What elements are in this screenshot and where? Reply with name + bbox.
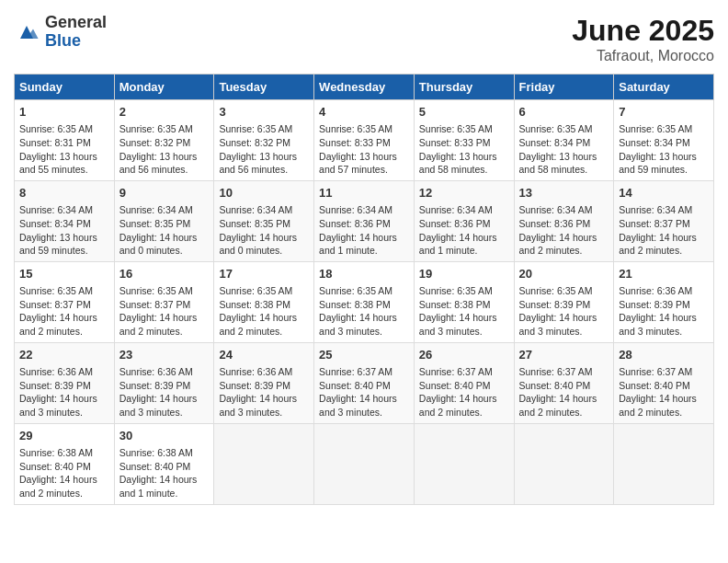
col-monday: Monday — [114, 75, 214, 100]
calendar-cell: 17Sunrise: 6:35 AMSunset: 8:38 PMDayligh… — [214, 261, 314, 342]
day-info: Sunrise: 6:35 AMSunset: 8:37 PMDaylight:… — [119, 284, 210, 339]
calendar-cell: 1Sunrise: 6:35 AMSunset: 8:31 PMDaylight… — [15, 100, 115, 181]
day-number: 13 — [519, 185, 609, 201]
day-number: 10 — [219, 185, 309, 201]
calendar-cell: 5Sunrise: 6:35 AMSunset: 8:33 PMDaylight… — [414, 100, 514, 181]
day-info: Sunrise: 6:37 AMSunset: 8:40 PMDaylight:… — [619, 365, 709, 419]
day-number: 23 — [119, 347, 210, 363]
logo: General Blue — [14, 14, 107, 51]
day-number: 1 — [19, 104, 109, 121]
day-number: 27 — [519, 347, 609, 363]
day-number: 9 — [119, 185, 210, 201]
calendar-cell — [514, 423, 614, 504]
location-title: Tafraout, Morocco — [572, 48, 714, 64]
calendar-cell: 7Sunrise: 6:35 AMSunset: 8:34 PMDaylight… — [614, 100, 714, 181]
calendar-cell: 9Sunrise: 6:34 AMSunset: 8:35 PMDaylight… — [114, 180, 214, 261]
day-number: 22 — [19, 347, 109, 363]
day-number: 5 — [419, 104, 509, 121]
calendar-week-4: 22Sunrise: 6:36 AMSunset: 8:39 PMDayligh… — [15, 342, 714, 423]
col-saturday: Saturday — [614, 75, 714, 100]
day-number: 8 — [19, 185, 109, 201]
calendar-cell: 20Sunrise: 6:35 AMSunset: 8:39 PMDayligh… — [514, 261, 614, 342]
col-sunday: Sunday — [15, 75, 115, 100]
day-number: 4 — [319, 104, 409, 121]
calendar-cell: 24Sunrise: 6:36 AMSunset: 8:39 PMDayligh… — [214, 342, 314, 423]
day-info: Sunrise: 6:35 AMSunset: 8:32 PMDaylight:… — [219, 122, 309, 177]
day-info: Sunrise: 6:34 AMSunset: 8:36 PMDaylight:… — [419, 203, 509, 258]
day-info: Sunrise: 6:35 AMSunset: 8:33 PMDaylight:… — [419, 122, 509, 177]
calendar-cell: 18Sunrise: 6:35 AMSunset: 8:38 PMDayligh… — [314, 261, 415, 342]
calendar-cell: 28Sunrise: 6:37 AMSunset: 8:40 PMDayligh… — [614, 342, 714, 423]
day-info: Sunrise: 6:35 AMSunset: 8:38 PMDaylight:… — [319, 284, 409, 339]
calendar-header: Sunday Monday Tuesday Wednesday Thursday… — [15, 75, 714, 100]
day-info: Sunrise: 6:38 AMSunset: 8:40 PMDaylight:… — [119, 446, 210, 500]
day-number: 25 — [319, 347, 409, 363]
day-number: 16 — [119, 266, 210, 282]
day-number: 18 — [319, 266, 409, 282]
day-info: Sunrise: 6:36 AMSunset: 8:39 PMDaylight:… — [119, 365, 210, 419]
calendar-cell: 14Sunrise: 6:34 AMSunset: 8:37 PMDayligh… — [614, 180, 714, 261]
day-info: Sunrise: 6:35 AMSunset: 8:39 PMDaylight:… — [519, 284, 609, 339]
logo-icon — [14, 19, 40, 45]
day-info: Sunrise: 6:34 AMSunset: 8:36 PMDaylight:… — [319, 203, 409, 258]
calendar-cell: 23Sunrise: 6:36 AMSunset: 8:39 PMDayligh… — [114, 342, 214, 423]
day-info: Sunrise: 6:36 AMSunset: 8:39 PMDaylight:… — [19, 365, 109, 419]
calendar-cell: 8Sunrise: 6:34 AMSunset: 8:34 PMDaylight… — [15, 180, 115, 261]
calendar-cell: 29Sunrise: 6:38 AMSunset: 8:40 PMDayligh… — [15, 423, 115, 504]
day-number: 28 — [619, 347, 709, 363]
day-info: Sunrise: 6:35 AMSunset: 8:31 PMDaylight:… — [19, 122, 109, 177]
col-wednesday: Wednesday — [314, 75, 415, 100]
calendar-cell: 10Sunrise: 6:34 AMSunset: 8:35 PMDayligh… — [214, 180, 314, 261]
calendar-cell: 2Sunrise: 6:35 AMSunset: 8:32 PMDaylight… — [114, 100, 214, 181]
col-thursday: Thursday — [414, 75, 514, 100]
calendar-cell: 19Sunrise: 6:35 AMSunset: 8:38 PMDayligh… — [414, 261, 514, 342]
day-info: Sunrise: 6:34 AMSunset: 8:37 PMDaylight:… — [619, 203, 709, 258]
day-info: Sunrise: 6:34 AMSunset: 8:35 PMDaylight:… — [219, 203, 309, 258]
calendar-body: 1Sunrise: 6:35 AMSunset: 8:31 PMDaylight… — [15, 100, 714, 505]
day-info: Sunrise: 6:34 AMSunset: 8:35 PMDaylight:… — [119, 203, 210, 258]
calendar-cell — [414, 423, 514, 504]
day-number: 29 — [19, 428, 109, 444]
calendar-cell — [314, 423, 415, 504]
col-tuesday: Tuesday — [214, 75, 314, 100]
day-info: Sunrise: 6:35 AMSunset: 8:33 PMDaylight:… — [319, 122, 409, 177]
day-number: 30 — [119, 428, 210, 444]
header-row: Sunday Monday Tuesday Wednesday Thursday… — [15, 75, 714, 100]
day-number: 11 — [319, 185, 409, 201]
calendar-week-5: 29Sunrise: 6:38 AMSunset: 8:40 PMDayligh… — [15, 423, 714, 504]
day-info: Sunrise: 6:35 AMSunset: 8:34 PMDaylight:… — [619, 122, 709, 177]
day-info: Sunrise: 6:35 AMSunset: 8:32 PMDaylight:… — [119, 122, 210, 177]
calendar-cell — [614, 423, 714, 504]
logo-blue-text: Blue — [45, 32, 107, 51]
calendar-cell: 21Sunrise: 6:36 AMSunset: 8:39 PMDayligh… — [614, 261, 714, 342]
day-number: 6 — [519, 104, 609, 121]
day-info: Sunrise: 6:35 AMSunset: 8:38 PMDaylight:… — [219, 284, 309, 339]
calendar-cell: 25Sunrise: 6:37 AMSunset: 8:40 PMDayligh… — [314, 342, 415, 423]
day-number: 26 — [419, 347, 509, 363]
calendar-cell: 15Sunrise: 6:35 AMSunset: 8:37 PMDayligh… — [15, 261, 115, 342]
day-number: 24 — [219, 347, 309, 363]
day-number: 17 — [219, 266, 309, 282]
calendar-cell: 27Sunrise: 6:37 AMSunset: 8:40 PMDayligh… — [514, 342, 614, 423]
day-number: 3 — [219, 104, 309, 121]
day-info: Sunrise: 6:35 AMSunset: 8:34 PMDaylight:… — [519, 122, 609, 177]
calendar-cell: 12Sunrise: 6:34 AMSunset: 8:36 PMDayligh… — [414, 180, 514, 261]
calendar-cell — [214, 423, 314, 504]
month-title: June 2025 — [572, 14, 714, 48]
calendar-week-3: 15Sunrise: 6:35 AMSunset: 8:37 PMDayligh… — [15, 261, 714, 342]
calendar-table: Sunday Monday Tuesday Wednesday Thursday… — [14, 74, 714, 505]
calendar-cell: 6Sunrise: 6:35 AMSunset: 8:34 PMDaylight… — [514, 100, 614, 181]
day-info: Sunrise: 6:35 AMSunset: 8:38 PMDaylight:… — [419, 284, 509, 339]
day-number: 7 — [619, 104, 709, 121]
page-header: General Blue June 2025 Tafraout, Morocco — [14, 14, 714, 64]
day-info: Sunrise: 6:36 AMSunset: 8:39 PMDaylight:… — [219, 365, 309, 419]
calendar-week-1: 1Sunrise: 6:35 AMSunset: 8:31 PMDaylight… — [15, 100, 714, 181]
calendar-cell: 16Sunrise: 6:35 AMSunset: 8:37 PMDayligh… — [114, 261, 214, 342]
col-friday: Friday — [514, 75, 614, 100]
day-number: 20 — [519, 266, 609, 282]
day-number: 2 — [119, 104, 210, 121]
day-number: 15 — [19, 266, 109, 282]
day-number: 14 — [619, 185, 709, 201]
title-block: June 2025 Tafraout, Morocco — [572, 14, 714, 64]
day-info: Sunrise: 6:34 AMSunset: 8:34 PMDaylight:… — [19, 203, 109, 258]
